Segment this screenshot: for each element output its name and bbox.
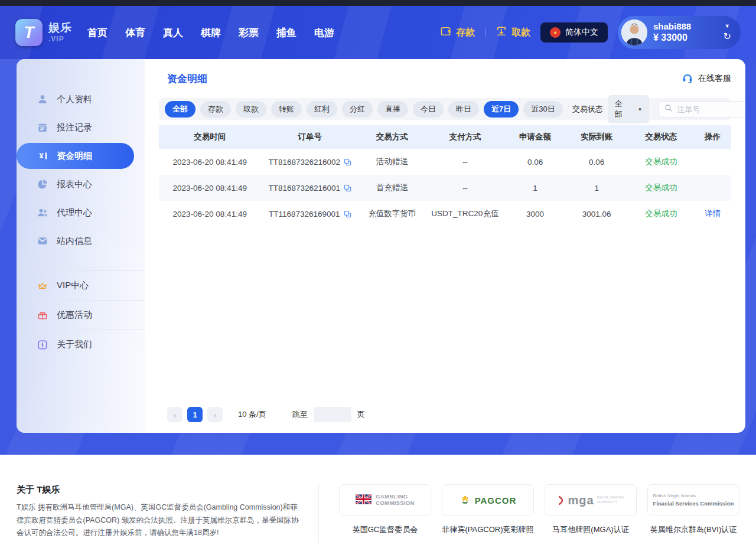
online-service-button[interactable]: 在线客服: [682, 72, 731, 86]
nav-item-fishing[interactable]: 捕鱼: [276, 26, 296, 40]
date-filter-yesterday[interactable]: 昨日: [448, 101, 479, 118]
copy-icon[interactable]: [344, 210, 351, 218]
sidebar-item-funds-detail[interactable]: ¥ 资金明细: [17, 143, 134, 169]
mga-sub-line1: MALTA GAMING: [597, 495, 624, 500]
current-page-button[interactable]: 1: [187, 407, 203, 422]
nav-item-live[interactable]: 真人: [163, 26, 183, 40]
next-page-button[interactable]: ›: [207, 407, 223, 422]
user-controls: ▼ ↻: [724, 24, 731, 41]
withdraw-label: 取款: [511, 27, 530, 39]
avatar: [621, 19, 647, 45]
user-name: shabi888: [653, 21, 691, 32]
sidebar-extra-group: VIP中心 优惠活动 关于我们: [17, 270, 145, 359]
sidebar-item-profile[interactable]: 个人资料: [17, 86, 134, 112]
sidebar-item-promotions[interactable]: 优惠活动: [17, 300, 145, 330]
main-panel: 个人资料 投注记录 ¥ 资金明细: [17, 59, 745, 433]
copy-icon[interactable]: [344, 158, 351, 166]
sidebar-item-label: 资金明细: [57, 151, 92, 162]
table-header-row: 交易时间 订单号 交易方式 支付方式 申请金额 实际到账 交易状态 操作: [159, 125, 731, 149]
col-header-time: 交易时间: [159, 132, 260, 142]
date-filter-7days[interactable]: 近7日: [484, 101, 519, 118]
jump-page-input[interactable]: [314, 407, 351, 422]
type-filter-transfer[interactable]: 转账: [271, 101, 302, 118]
sidebar-item-bet-records[interactable]: 投注记录: [17, 115, 134, 141]
language-selector[interactable]: ★ 简体中文: [540, 22, 608, 43]
date-filter-30days[interactable]: 近30日: [523, 101, 562, 118]
sidebar-item-label: 报表中心: [57, 179, 92, 190]
nav-divider: [485, 28, 485, 37]
cell-order: TT11687326169001: [260, 210, 359, 218]
gc-line2: COMMISSION: [376, 500, 414, 507]
sidebar-item-label: 投注记录: [57, 122, 92, 133]
status-select[interactable]: 全部 ▼: [608, 95, 650, 123]
content-header: 资金明细 在线客服: [159, 66, 731, 91]
funds-icon: ¥: [37, 150, 48, 162]
deposit-button[interactable]: 存款: [440, 25, 475, 40]
headset-icon: [682, 72, 693, 86]
logo-tld: .VIP: [48, 35, 72, 43]
order-number: TT11687326169001: [269, 210, 340, 218]
nav-item-egames[interactable]: 电游: [314, 26, 334, 40]
brand-logo[interactable]: T 娱乐 .VIP: [15, 19, 72, 46]
cell-payment: --: [425, 158, 506, 167]
cell-received: 3001.06: [565, 210, 628, 218]
mail-icon: [37, 235, 48, 247]
sidebar-item-agent[interactable]: 代理中心: [17, 200, 134, 226]
nav-item-board[interactable]: 棋牌: [201, 26, 221, 40]
filter-bar: 全部 存款 取款 转账 红利 分红 直播 今日 昨日 近7日 近30日 交易状态…: [159, 98, 731, 120]
sidebar-item-label: VIP中心: [57, 280, 89, 291]
refresh-balance-icon[interactable]: ↻: [724, 32, 731, 41]
pagcor-logo-text: PAGCOR: [475, 495, 517, 505]
nav-item-sports[interactable]: 体育: [125, 26, 145, 40]
sidebar-item-vip[interactable]: VIP中心: [17, 270, 145, 300]
type-filter-all[interactable]: 全部: [165, 101, 195, 118]
logo-brand: 娱乐: [48, 22, 72, 34]
col-header-payment: 支付方式: [425, 132, 506, 142]
date-filter-today[interactable]: 今日: [413, 101, 444, 118]
type-filter-deposit[interactable]: 存款: [200, 101, 231, 118]
withdraw-button[interactable]: 取款: [496, 25, 530, 40]
sidebar-item-messages[interactable]: 站内信息: [17, 228, 134, 254]
sidebar-item-reports[interactable]: 报表中心: [17, 171, 134, 197]
chevron-down-icon[interactable]: ▼: [725, 24, 730, 29]
cell-order: TT81687326216001: [260, 184, 359, 193]
copy-icon[interactable]: [344, 184, 351, 192]
status-select-value: 全部: [615, 99, 628, 120]
pagcor-flower-icon: [460, 494, 471, 507]
logo-text: 娱乐 .VIP: [48, 22, 72, 44]
table-row: 2023-06-20 08:41:49 TT11687326169001 充值数…: [159, 201, 731, 227]
cell-received: 1: [565, 184, 628, 193]
cell-payment: USDT_TRC20充值: [425, 208, 506, 219]
chevron-down-icon: ▼: [637, 107, 642, 112]
jump-label: 跳至: [292, 409, 308, 420]
date-filter-group: 今日 昨日 近7日 近30日 交易状态 全部 ▼: [413, 95, 745, 123]
badge-caption: 英国GC监督委员会: [353, 524, 418, 535]
detail-link[interactable]: 详情: [705, 209, 721, 218]
user-account[interactable]: shabi888 ¥ 33000 ▼ ↻: [618, 16, 741, 49]
content-spacer: [159, 227, 731, 407]
sidebar-item-label: 关于我们: [57, 339, 92, 350]
col-header-order: 订单号: [260, 132, 359, 142]
nav-item-home[interactable]: 首页: [87, 26, 107, 40]
type-filter-withdraw[interactable]: 取款: [236, 101, 266, 118]
top-strip: [0, 0, 756, 6]
cell-type: 首充赠送: [359, 182, 425, 193]
cell-type: 活动赠送: [359, 156, 425, 167]
page-background: 个人资料 投注记录 ¥ 资金明细: [0, 59, 756, 455]
license-badges: GAMBLING COMMISSION 英国GC监督委员会 PAGCOR 菲律宾…: [318, 484, 739, 543]
sidebar: 个人资料 投注记录 ¥ 资金明细: [17, 59, 145, 433]
type-filter-bonus[interactable]: 红利: [307, 101, 337, 118]
badge-caption: 菲律宾(PAGCOR)竞彩牌照: [442, 524, 533, 535]
order-number: TT81687326216001: [268, 184, 340, 193]
nav-item-lottery[interactable]: 彩票: [239, 26, 259, 40]
type-filter-dividend[interactable]: 分红: [342, 101, 373, 118]
sidebar-item-about[interactable]: 关于我们: [17, 330, 145, 359]
deposit-label: 存款: [456, 27, 475, 39]
prev-page-button[interactable]: ‹: [167, 407, 183, 422]
cell-type: 充值数字货币: [359, 208, 425, 219]
type-filter-live[interactable]: 直播: [377, 101, 408, 118]
jump-suffix: 页: [357, 409, 365, 420]
mga-logo-text: mga: [568, 494, 594, 506]
bet-record-icon: [37, 122, 48, 133]
search-input[interactable]: [677, 105, 743, 114]
